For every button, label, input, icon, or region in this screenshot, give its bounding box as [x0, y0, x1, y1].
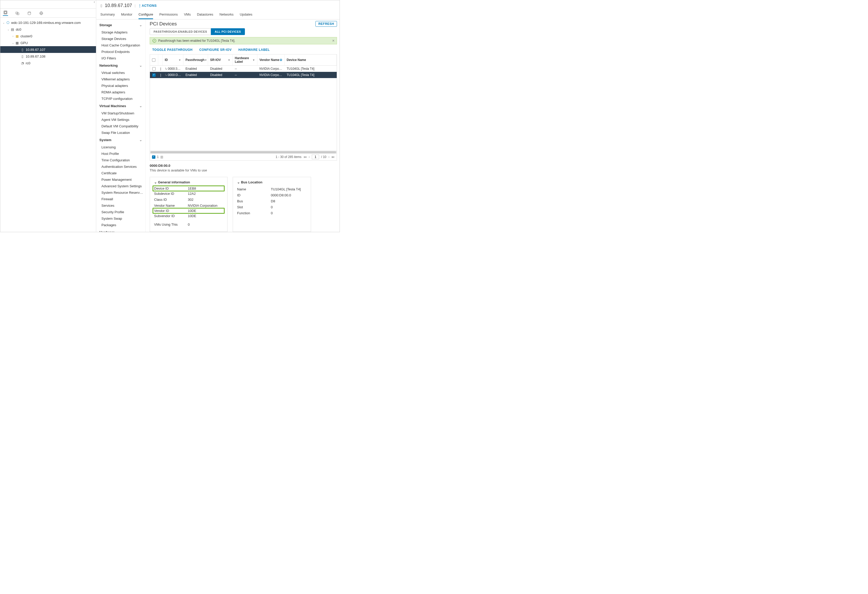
config-item[interactable]: Power Management [96, 176, 145, 183]
config-item[interactable]: Certificate [96, 170, 145, 176]
next-page-icon[interactable]: › [328, 155, 329, 159]
section-label: System [99, 138, 111, 142]
col-hwlabel[interactable]: Hardware Label▼ [233, 55, 257, 65]
columns-icon[interactable]: ▥ [160, 155, 163, 159]
tree-vcenter[interactable]: ⌄ ⎔ wdc-10-191-129-169.nimbus.eng.vmware… [0, 19, 96, 26]
vms-templates-icon[interactable] [15, 10, 20, 16]
subtab-passthrough-enabled[interactable]: PASSTHROUGH-ENABLED DEVICES [150, 28, 211, 35]
grid-empty-area [150, 78, 337, 151]
tree-resource-pool[interactable]: ◔ rc0 [0, 60, 96, 66]
hardware-label-link[interactable]: HARDWARE LABEL [238, 48, 270, 52]
config-section[interactable]: Virtual Machines⌄ [96, 102, 145, 110]
last-page-icon[interactable]: ⏭ [332, 155, 335, 159]
table-row[interactable]: |↳0000:3B:...EnabledDisabled--NVIDIA Cor… [150, 66, 337, 72]
kv-key: Vendor Name [154, 203, 188, 208]
config-item[interactable]: TCP/IP configuration [96, 96, 145, 102]
tab-monitor[interactable]: Monitor [121, 11, 132, 19]
page-input[interactable] [312, 155, 319, 159]
close-icon[interactable]: ✕ [332, 39, 335, 43]
tab-vms[interactable]: VMs [184, 11, 191, 19]
row-checkbox[interactable] [150, 66, 158, 72]
config-item[interactable]: Virtual switches [96, 69, 145, 76]
filter-icon[interactable]: ▼ [252, 59, 255, 62]
card-header[interactable]: ⌄Bus Location [237, 180, 307, 184]
header-checkbox[interactable] [150, 55, 158, 65]
filter-icon[interactable]: ▼ [228, 59, 230, 62]
horizontal-scrollbar[interactable] [150, 151, 337, 153]
config-item[interactable]: Advanced System Settings [96, 183, 145, 189]
config-item[interactable]: Protocol Endpoints [96, 49, 145, 55]
col-id[interactable]: ID▼ [162, 55, 183, 65]
caret-down-icon[interactable]: ⌄ [6, 28, 10, 31]
filter-icon[interactable]: ⦿ [280, 59, 282, 62]
config-item[interactable]: Services [96, 202, 145, 209]
kv-val: 1EB8 [188, 187, 196, 190]
header: ▯ 10.89.67.107 | ⋮ACTIONS [96, 0, 340, 11]
tab-networks[interactable]: Networks [220, 11, 233, 19]
config-item[interactable]: VM Startup/Shutdown [96, 110, 145, 116]
config-item[interactable]: Agent VM Settings [96, 116, 145, 123]
subtab-all-pci[interactable]: ALL PCI DEVICES [211, 28, 245, 35]
tree-datacenter[interactable]: ⌄ ▤ dc0 [0, 26, 96, 33]
tree-pool[interactable]: ⌄ ▦ GPU [0, 40, 96, 46]
col-vendor[interactable]: Vendor Name⦿ [257, 55, 285, 65]
tab-permissions[interactable]: Permissions [159, 11, 178, 19]
config-item[interactable]: Physical adapters [96, 83, 145, 89]
col-sriov[interactable]: SR-IOV▼ [208, 55, 233, 65]
storage-icon[interactable] [27, 10, 32, 16]
config-item[interactable]: System Resource Reservati... [96, 189, 145, 196]
col-device[interactable]: Device Name [285, 55, 337, 65]
tab-summary[interactable]: Summary [100, 11, 115, 19]
collapse-panel-icon[interactable]: ‹ [94, 0, 95, 4]
config-item[interactable]: Default VM Compatibility [96, 123, 145, 130]
config-item[interactable]: Host Cache Configuration [96, 42, 145, 49]
tree-cluster[interactable]: › ▦ cluster0 [0, 33, 96, 40]
kv-key: Slot [237, 205, 271, 209]
caret-right-icon[interactable]: › [11, 35, 15, 38]
prev-page-icon[interactable]: ‹ [309, 155, 310, 159]
configure-sriov-link[interactable]: CONFIGURE SR-IOV [199, 48, 232, 52]
config-item[interactable]: Time Configuration [96, 157, 145, 164]
tree-host[interactable]: ▯ 10.89.67.108 [0, 53, 96, 60]
network-icon[interactable] [38, 10, 44, 16]
config-item[interactable]: RDMA adapters [96, 89, 145, 96]
device-info: 0000:D8:00.0 This device is available fo… [150, 164, 337, 232]
caret-down-icon[interactable]: ⌄ [2, 21, 6, 24]
first-page-icon[interactable]: ⏮ [304, 155, 307, 159]
hosts-clusters-icon[interactable] [3, 10, 8, 16]
row-checkbox[interactable] [150, 72, 158, 78]
config-item[interactable]: Authentication Services [96, 164, 145, 170]
config-item[interactable]: System Swap [96, 215, 145, 222]
col-separator [158, 55, 162, 65]
tree-host-selected[interactable]: ▯ 10.89.67.107 [0, 46, 96, 53]
config-section[interactable]: System⌄ [96, 136, 145, 144]
table-row[interactable]: |↳0000:D8:...EnabledDisabled--NVIDIA Cor… [150, 72, 337, 78]
config-item[interactable]: Storage Adapters [96, 29, 145, 35]
config-section[interactable]: Networking⌄ [96, 62, 145, 69]
filter-icon[interactable]: ▼ [204, 59, 207, 62]
tab-updates[interactable]: Updates [240, 11, 252, 19]
filter-icon[interactable]: ▼ [179, 59, 181, 62]
refresh-button[interactable]: REFRESH [316, 21, 337, 27]
config-item[interactable]: Packages [96, 222, 145, 228]
caret-down-icon[interactable]: ⌄ [11, 41, 15, 44]
kv-val: 0000:D8:00.0 [271, 193, 291, 197]
config-item[interactable]: I/O Filters [96, 55, 145, 62]
config-section[interactable]: Storage⌄ [96, 21, 145, 29]
toggle-passthrough-link[interactable]: TOGGLE PASSTHROUGH [152, 48, 192, 52]
config-item[interactable]: Firewall [96, 196, 145, 202]
actions-menu[interactable]: ⋮ACTIONS [138, 4, 157, 7]
config-item[interactable]: Swap File Location [96, 130, 145, 136]
config-item[interactable]: Host Profile [96, 150, 145, 157]
col-passthrough[interactable]: Passthrough▼ [183, 55, 208, 65]
config-item[interactable]: VMkernel adapters [96, 76, 145, 83]
card-header[interactable]: ⌄General information [154, 180, 223, 184]
tab-datastores[interactable]: Datastores [197, 11, 213, 19]
tab-configure[interactable]: Configure [139, 11, 153, 19]
config-section[interactable]: Hardware⌄ [96, 228, 145, 232]
config-item[interactable]: Storage Devices [96, 35, 145, 42]
config-item[interactable]: Security Profile [96, 209, 145, 215]
config-item[interactable]: Licensing [96, 144, 145, 150]
datacenter-icon: ▤ [10, 28, 15, 31]
indent-arrow-icon: ↳ [165, 67, 167, 71]
